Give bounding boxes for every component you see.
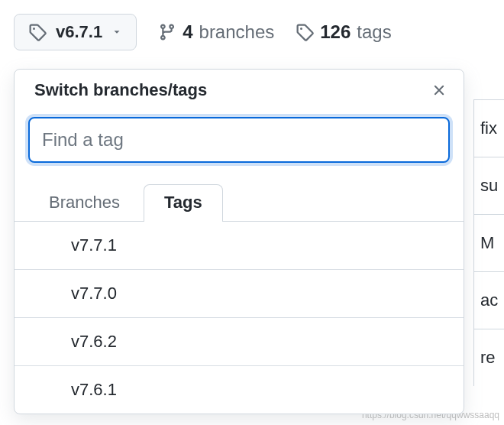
bg-row: M [474, 214, 504, 271]
background-commit-list: fix su M ac re [473, 99, 504, 386]
branch-icon [158, 23, 176, 41]
tag-item[interactable]: v7.6.2 [15, 318, 464, 366]
ref-selector-dropdown: Switch branches/tags Branches Tags v7.7.… [14, 69, 464, 414]
tag-item[interactable]: v7.6.1 [15, 366, 464, 414]
bg-row: su [474, 157, 504, 214]
tags-label: tags [357, 21, 391, 43]
dropdown-title: Switch branches/tags [34, 80, 207, 100]
current-ref-label: v6.7.1 [56, 22, 102, 42]
tags-count: 126 [320, 21, 351, 43]
branches-link[interactable]: 4 branches [158, 21, 274, 43]
bg-row: re [474, 329, 504, 386]
branches-label: branches [199, 21, 275, 43]
tab-tags[interactable]: Tags [144, 184, 223, 222]
branches-count: 4 [183, 21, 192, 43]
close-icon [431, 82, 447, 99]
ref-search-input[interactable] [28, 117, 450, 163]
ref-selector-button[interactable]: v6.7.1 [14, 14, 137, 50]
bg-row: fix [474, 99, 504, 157]
tag-icon [28, 23, 47, 41]
tag-item[interactable]: v7.7.1 [15, 222, 464, 270]
caret-down-icon [111, 27, 122, 37]
tags-link[interactable]: 126 tags [296, 21, 391, 43]
tag-item[interactable]: v7.7.0 [15, 270, 464, 318]
tag-icon [296, 23, 314, 41]
tab-branches[interactable]: Branches [28, 184, 141, 222]
close-button[interactable] [430, 81, 448, 99]
tag-list: v7.7.1 v7.7.0 v7.6.2 v7.6.1 [15, 222, 464, 414]
bg-row: ac [474, 271, 504, 329]
